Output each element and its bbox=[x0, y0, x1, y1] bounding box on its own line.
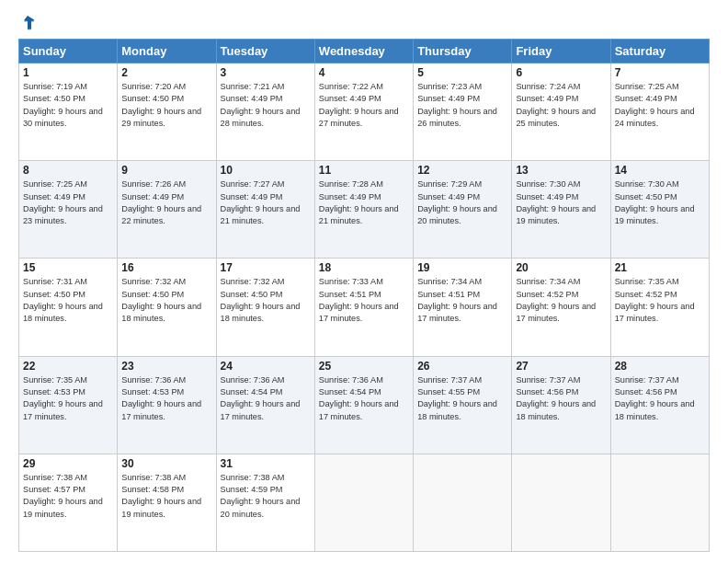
day-number: 18 bbox=[319, 261, 409, 274]
sunrise-label: Sunrise: 7:36 AM bbox=[319, 375, 383, 385]
calendar-cell: 31 Sunrise: 7:38 AM Sunset: 4:59 PM Dayl… bbox=[216, 454, 314, 551]
sunset-label: Sunset: 4:49 PM bbox=[319, 192, 381, 201]
day-info: Sunrise: 7:38 AM Sunset: 4:58 PM Dayligh… bbox=[121, 472, 211, 521]
calendar-cell: 21 Sunrise: 7:35 AM Sunset: 4:52 PM Dayl… bbox=[610, 259, 709, 356]
calendar-cell: 19 Sunrise: 7:34 AM Sunset: 4:51 PM Dayl… bbox=[414, 259, 512, 356]
sunrise-label: Sunrise: 7:29 AM bbox=[417, 179, 482, 189]
calendar-cell: 5 Sunrise: 7:23 AM Sunset: 4:49 PM Dayli… bbox=[414, 63, 512, 161]
sunrise-label: Sunrise: 7:35 AM bbox=[615, 277, 679, 286]
calendar-week-row: 22 Sunrise: 7:35 AM Sunset: 4:53 PM Dayl… bbox=[19, 356, 710, 454]
sunrise-label: Sunrise: 7:37 AM bbox=[417, 375, 482, 385]
day-number: 26 bbox=[417, 360, 507, 373]
day-number: 24 bbox=[221, 360, 311, 373]
daylight-label: Daylight: 9 hours and 20 minutes. bbox=[221, 497, 301, 518]
calendar-header-sunday: Sunday bbox=[19, 40, 118, 63]
sunrise-label: Sunrise: 7:26 AM bbox=[121, 179, 186, 189]
daylight-label: Daylight: 9 hours and 19 minutes. bbox=[121, 497, 201, 518]
day-info: Sunrise: 7:30 AM Sunset: 4:50 PM Dayligh… bbox=[615, 178, 705, 227]
sunset-label: Sunset: 4:49 PM bbox=[23, 192, 85, 201]
day-info: Sunrise: 7:34 AM Sunset: 4:51 PM Dayligh… bbox=[417, 276, 507, 325]
calendar-table: SundayMondayTuesdayWednesdayThursdayFrid… bbox=[18, 39, 710, 552]
day-info: Sunrise: 7:24 AM Sunset: 4:49 PM Dayligh… bbox=[516, 81, 606, 130]
sunset-label: Sunset: 4:57 PM bbox=[23, 485, 85, 494]
day-number: 6 bbox=[516, 66, 606, 79]
sunrise-label: Sunrise: 7:19 AM bbox=[23, 82, 87, 91]
day-number: 30 bbox=[121, 457, 211, 470]
day-info: Sunrise: 7:23 AM Sunset: 4:49 PM Dayligh… bbox=[417, 81, 507, 130]
daylight-label: Daylight: 9 hours and 25 minutes. bbox=[516, 107, 596, 128]
sunset-label: Sunset: 4:54 PM bbox=[221, 387, 283, 396]
sunrise-label: Sunrise: 7:35 AM bbox=[23, 375, 87, 385]
day-info: Sunrise: 7:36 AM Sunset: 4:54 PM Dayligh… bbox=[221, 374, 311, 423]
day-info: Sunrise: 7:28 AM Sunset: 4:49 PM Dayligh… bbox=[319, 178, 409, 227]
day-info: Sunrise: 7:37 AM Sunset: 4:56 PM Dayligh… bbox=[516, 374, 606, 423]
daylight-label: Daylight: 9 hours and 17 minutes. bbox=[319, 302, 399, 323]
calendar-cell: 13 Sunrise: 7:30 AM Sunset: 4:49 PM Dayl… bbox=[512, 161, 610, 259]
calendar-cell: 15 Sunrise: 7:31 AM Sunset: 4:50 PM Dayl… bbox=[19, 259, 118, 356]
sunrise-label: Sunrise: 7:37 AM bbox=[516, 375, 580, 385]
day-info: Sunrise: 7:35 AM Sunset: 4:52 PM Dayligh… bbox=[615, 276, 705, 325]
calendar-header-wednesday: Wednesday bbox=[314, 40, 413, 63]
daylight-label: Daylight: 9 hours and 17 minutes. bbox=[221, 399, 301, 420]
sunrise-label: Sunrise: 7:34 AM bbox=[417, 277, 482, 286]
calendar-cell: 18 Sunrise: 7:33 AM Sunset: 4:51 PM Dayl… bbox=[314, 259, 413, 356]
calendar-cell: 11 Sunrise: 7:28 AM Sunset: 4:49 PM Dayl… bbox=[314, 161, 413, 259]
sunset-label: Sunset: 4:50 PM bbox=[221, 290, 283, 299]
daylight-label: Daylight: 9 hours and 26 minutes. bbox=[417, 107, 497, 128]
calendar-cell: 23 Sunrise: 7:36 AM Sunset: 4:53 PM Dayl… bbox=[118, 356, 216, 454]
day-number: 2 bbox=[121, 66, 211, 79]
day-info: Sunrise: 7:36 AM Sunset: 4:54 PM Dayligh… bbox=[319, 374, 409, 423]
calendar-cell: 8 Sunrise: 7:25 AM Sunset: 4:49 PM Dayli… bbox=[19, 161, 118, 259]
calendar-cell: 26 Sunrise: 7:37 AM Sunset: 4:55 PM Dayl… bbox=[414, 356, 512, 454]
day-number: 16 bbox=[121, 261, 211, 274]
calendar-cell bbox=[512, 454, 610, 551]
daylight-label: Daylight: 9 hours and 30 minutes. bbox=[23, 107, 103, 128]
page: SundayMondayTuesdayWednesdayThursdayFrid… bbox=[0, 0, 728, 563]
calendar-header-monday: Monday bbox=[118, 40, 216, 63]
sunset-label: Sunset: 4:49 PM bbox=[516, 94, 578, 103]
day-number: 8 bbox=[23, 164, 113, 177]
sunrise-label: Sunrise: 7:30 AM bbox=[615, 179, 679, 189]
day-number: 15 bbox=[23, 261, 113, 274]
day-info: Sunrise: 7:36 AM Sunset: 4:53 PM Dayligh… bbox=[121, 374, 211, 423]
day-info: Sunrise: 7:34 AM Sunset: 4:52 PM Dayligh… bbox=[516, 276, 606, 325]
sunrise-label: Sunrise: 7:36 AM bbox=[221, 375, 285, 385]
calendar-cell: 16 Sunrise: 7:32 AM Sunset: 4:50 PM Dayl… bbox=[118, 259, 216, 356]
day-number: 21 bbox=[615, 261, 705, 274]
daylight-label: Daylight: 9 hours and 17 minutes. bbox=[121, 399, 201, 420]
day-info: Sunrise: 7:32 AM Sunset: 4:50 PM Dayligh… bbox=[121, 276, 211, 325]
sunrise-label: Sunrise: 7:38 AM bbox=[23, 473, 87, 482]
daylight-label: Daylight: 9 hours and 18 minutes. bbox=[221, 302, 301, 323]
daylight-label: Daylight: 9 hours and 27 minutes. bbox=[319, 107, 399, 128]
calendar-header-saturday: Saturday bbox=[610, 40, 709, 63]
sunrise-label: Sunrise: 7:20 AM bbox=[121, 82, 186, 91]
day-number: 31 bbox=[221, 457, 311, 470]
daylight-label: Daylight: 9 hours and 17 minutes. bbox=[615, 302, 695, 323]
calendar-week-row: 15 Sunrise: 7:31 AM Sunset: 4:50 PM Dayl… bbox=[19, 259, 710, 356]
sunset-label: Sunset: 4:49 PM bbox=[417, 192, 480, 201]
calendar-week-row: 8 Sunrise: 7:25 AM Sunset: 4:49 PM Dayli… bbox=[19, 161, 710, 259]
day-number: 3 bbox=[221, 66, 311, 79]
sunset-label: Sunset: 4:49 PM bbox=[516, 192, 578, 201]
calendar-header-thursday: Thursday bbox=[414, 40, 512, 63]
sunrise-label: Sunrise: 7:32 AM bbox=[221, 277, 285, 286]
day-info: Sunrise: 7:21 AM Sunset: 4:49 PM Dayligh… bbox=[221, 81, 311, 130]
day-info: Sunrise: 7:29 AM Sunset: 4:49 PM Dayligh… bbox=[417, 178, 507, 227]
day-number: 27 bbox=[516, 360, 606, 373]
sunrise-label: Sunrise: 7:23 AM bbox=[417, 82, 482, 91]
sunrise-label: Sunrise: 7:36 AM bbox=[121, 375, 186, 385]
daylight-label: Daylight: 9 hours and 21 minutes. bbox=[221, 204, 301, 225]
sunset-label: Sunset: 4:56 PM bbox=[615, 387, 677, 396]
day-info: Sunrise: 7:37 AM Sunset: 4:56 PM Dayligh… bbox=[615, 374, 705, 423]
sunset-label: Sunset: 4:54 PM bbox=[319, 387, 381, 396]
calendar-cell: 12 Sunrise: 7:29 AM Sunset: 4:49 PM Dayl… bbox=[414, 161, 512, 259]
calendar-cell bbox=[414, 454, 512, 551]
day-number: 7 bbox=[615, 66, 705, 79]
day-number: 11 bbox=[319, 164, 409, 177]
calendar-cell: 22 Sunrise: 7:35 AM Sunset: 4:53 PM Dayl… bbox=[19, 356, 118, 454]
day-number: 4 bbox=[319, 66, 409, 79]
day-info: Sunrise: 7:25 AM Sunset: 4:49 PM Dayligh… bbox=[615, 81, 705, 130]
day-number: 19 bbox=[417, 261, 507, 274]
calendar-header-friday: Friday bbox=[512, 40, 610, 63]
daylight-label: Daylight: 9 hours and 17 minutes. bbox=[417, 302, 497, 323]
